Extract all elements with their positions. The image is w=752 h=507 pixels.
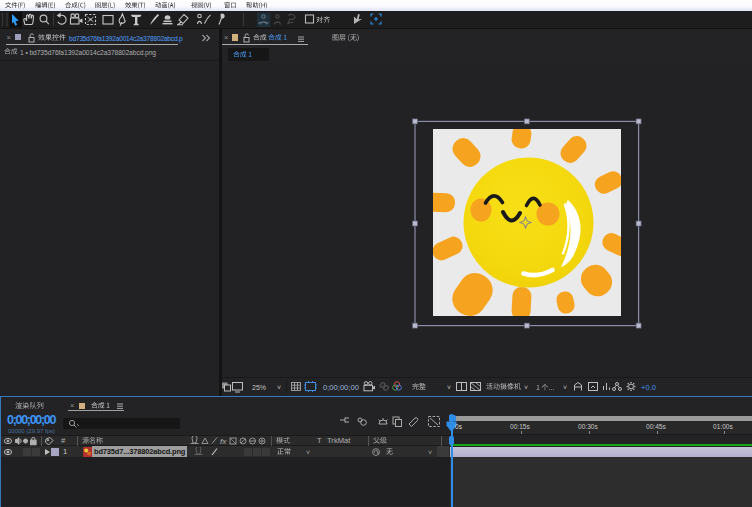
svg-text:fx: fx	[220, 437, 227, 446]
